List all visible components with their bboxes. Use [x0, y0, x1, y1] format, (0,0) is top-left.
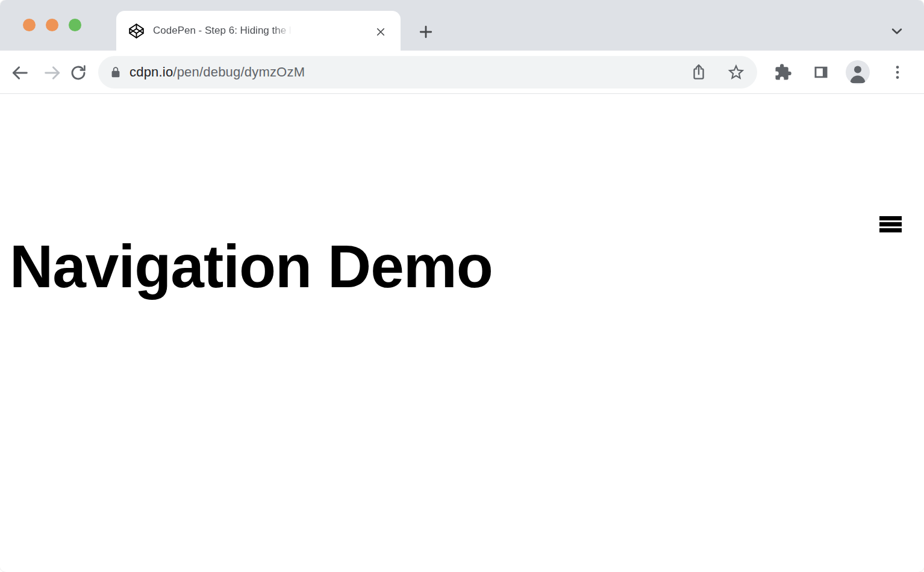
plus-icon	[417, 23, 434, 40]
tab-title: CodePen - Step 6: Hiding the li	[153, 25, 293, 37]
chevron-down-icon	[889, 25, 905, 38]
browser-menu-button[interactable]	[887, 62, 908, 82]
hamburger-bar	[879, 228, 902, 232]
reload-button[interactable]	[67, 62, 89, 84]
url-text[interactable]: cdpn.io/pen/debug/dymzOzM	[130, 64, 305, 80]
profile-avatar-button[interactable]	[846, 60, 870, 84]
new-tab-button[interactable]	[417, 23, 435, 41]
bookmark-star-button[interactable]	[726, 62, 746, 82]
window-minimize-button[interactable]	[46, 19, 58, 31]
kebab-menu-icon	[888, 63, 907, 81]
extensions-button[interactable]	[773, 62, 793, 82]
forward-arrow-icon	[42, 63, 63, 83]
urlbar-actions	[688, 62, 746, 82]
page-heading: Navigation Demo	[10, 236, 493, 296]
browser-window: CodePen - Step 6: Hiding the li	[0, 0, 924, 572]
tab-bar: CodePen - Step 6: Hiding the li	[0, 0, 924, 51]
back-arrow-icon	[10, 63, 30, 83]
lock-icon[interactable]	[109, 66, 122, 79]
share-icon	[690, 63, 708, 81]
active-tab[interactable]: CodePen - Step 6: Hiding the li	[116, 11, 401, 51]
url-path: /pen/debug/dymzOzM	[173, 64, 305, 79]
window-controls	[23, 19, 81, 31]
hamburger-bar	[879, 216, 902, 220]
window-close-button[interactable]	[23, 19, 36, 31]
tab-list-chevron-button[interactable]	[888, 24, 905, 39]
tab-close-button[interactable]	[375, 26, 386, 37]
back-button[interactable]	[9, 62, 31, 84]
avatar-icon	[846, 60, 870, 84]
codepen-favicon-icon	[128, 23, 145, 39]
address-bar[interactable]: cdpn.io/pen/debug/dymzOzM	[98, 56, 757, 89]
forward-button[interactable]	[42, 62, 63, 84]
share-button[interactable]	[688, 62, 709, 82]
page-content: Navigation Demo	[0, 94, 924, 571]
hamburger-bar	[879, 222, 902, 226]
side-panel-icon	[813, 64, 829, 81]
puzzle-icon	[774, 63, 792, 81]
side-panel-button[interactable]	[811, 62, 831, 82]
browser-toolbar: cdpn.io/pen/debug/dymzOzM	[0, 51, 924, 94]
window-zoom-button[interactable]	[69, 19, 81, 31]
star-icon	[726, 63, 746, 82]
reload-icon	[69, 63, 88, 82]
hamburger-menu-button[interactable]	[879, 216, 902, 232]
url-domain: cdpn.io	[130, 64, 173, 79]
